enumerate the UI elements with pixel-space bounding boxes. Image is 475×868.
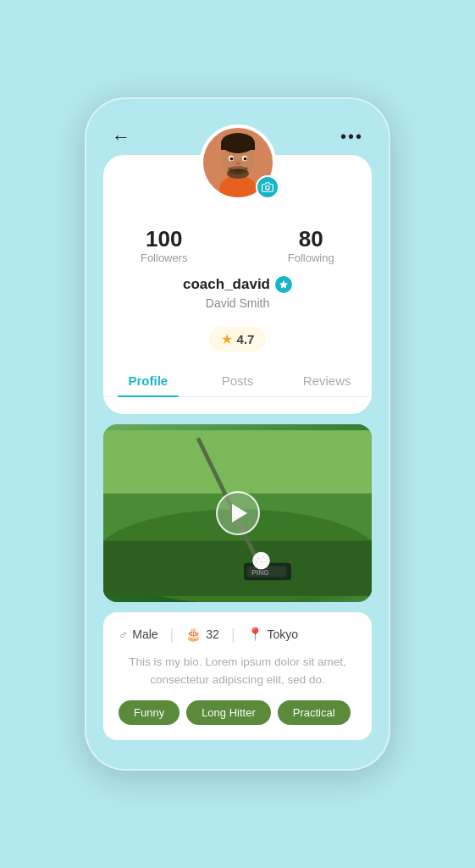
location-icon: 📍: [247, 627, 263, 642]
followers-stat: 100 Followers: [129, 228, 200, 264]
tabs-row: Profile Posts Reviews: [103, 365, 372, 397]
play-button[interactable]: [216, 491, 260, 535]
divider-1: |: [170, 626, 174, 644]
following-stat: 80 Following: [276, 228, 347, 264]
tab-profile[interactable]: Profile: [103, 365, 193, 396]
followers-count: 100: [129, 228, 200, 250]
gender-info: ♂ Male: [119, 628, 158, 642]
bio-text: This is my bio. Lorem ipsum dolor sit am…: [119, 654, 356, 689]
svg-point-26: [256, 561, 257, 562]
location-value: Tokyo: [268, 628, 299, 641]
tags-row: Funny Long Hitter Practical: [119, 700, 356, 725]
tag-practical: Practical: [278, 700, 351, 725]
username-row: coach_david: [103, 276, 372, 293]
birthday-icon: 🎂: [185, 627, 202, 642]
profile-card: 100 Followers 80 Following coach_david: [103, 155, 372, 414]
svg-point-9: [235, 162, 240, 165]
following-count: 80: [276, 228, 347, 250]
svg-point-7: [229, 157, 233, 160]
svg-point-27: [265, 561, 267, 562]
stats-row: 100 Followers 80 Following: [103, 216, 372, 264]
age-info: 🎂 32: [185, 627, 219, 642]
age-value: 32: [206, 628, 219, 641]
svg-point-24: [262, 556, 264, 558]
content-area: PING: [103, 424, 372, 602]
svg-rect-4: [221, 143, 255, 150]
username: coach_david: [183, 276, 270, 293]
svg-point-23: [257, 557, 259, 559]
tab-reviews[interactable]: Reviews: [282, 365, 372, 396]
real-name: David Smith: [103, 296, 372, 310]
location-info: 📍 Tokyo: [247, 627, 299, 642]
svg-point-25: [260, 561, 262, 562]
gender-value: Male: [132, 628, 157, 641]
rating-pill: ★ 4.7: [209, 327, 267, 351]
info-row: ♂ Male | 🎂 32 | 📍 Tokyo: [119, 626, 356, 644]
svg-point-8: [243, 157, 246, 160]
phone-frame: ← •••: [85, 97, 390, 771]
svg-text:PING: PING: [251, 567, 268, 576]
svg-point-22: [253, 552, 269, 568]
svg-point-12: [265, 185, 269, 190]
tab-posts[interactable]: Posts: [193, 365, 283, 396]
camera-button[interactable]: [256, 175, 279, 199]
tag-long-hitter: Long Hitter: [186, 700, 271, 725]
rating-value: 4.7: [237, 332, 255, 346]
verified-badge: [275, 276, 292, 293]
avatar-area: [103, 124, 372, 201]
svg-point-11: [228, 166, 248, 174]
svg-rect-16: [103, 540, 372, 595]
info-card: ♂ Male | 🎂 32 | 📍 Tokyo This is my bio. …: [103, 612, 372, 741]
star-icon: ★: [221, 331, 233, 347]
divider-2: |: [231, 626, 235, 644]
gender-icon: ♂: [119, 628, 128, 642]
phone-inner: ← •••: [95, 114, 380, 755]
avatar-wrapper: [200, 124, 276, 201]
play-icon: [232, 504, 247, 522]
video-card[interactable]: PING: [103, 424, 372, 602]
tag-funny: Funny: [119, 700, 180, 725]
following-label: Following: [276, 252, 347, 264]
followers-label: Followers: [129, 252, 200, 264]
